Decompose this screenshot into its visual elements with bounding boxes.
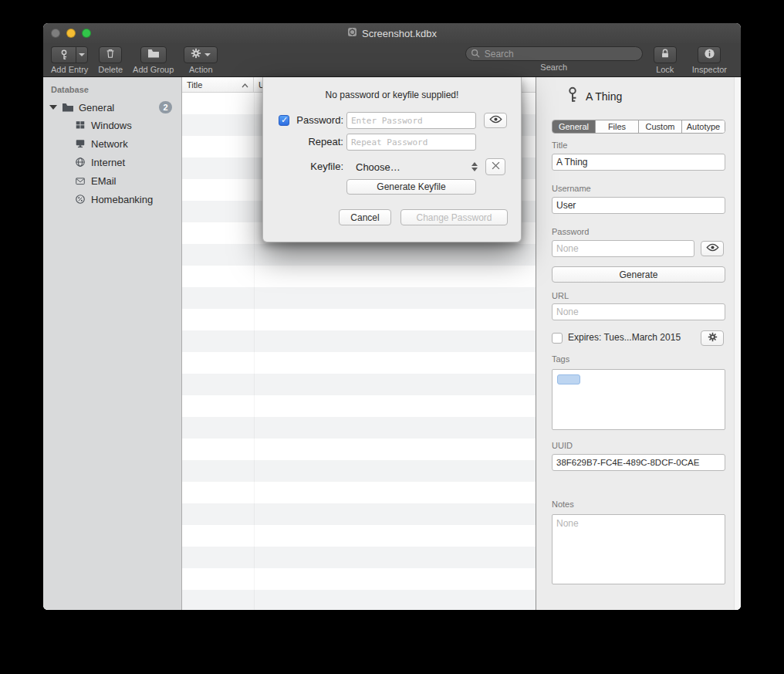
generate-button[interactable]: Generate [552,266,725,283]
minimize-button[interactable] [66,29,76,38]
lock-item: Lock [654,46,677,74]
dialog-message: No password or keyfile supplied! [263,90,521,100]
action-label: Action [189,65,213,74]
desktop: Screenshot.kdbx Add Entry [0,0,784,674]
info-icon [704,48,715,63]
folder-icon [147,48,160,62]
stepper-icon [469,161,479,173]
search-label: Search [540,63,567,72]
trash-icon [105,47,116,63]
tag-chip[interactable] [557,374,580,384]
folder-icon [62,101,74,113]
close-button[interactable] [51,29,60,38]
column-title-label: Title [187,80,202,90]
tab-files[interactable]: Files [595,120,638,133]
sidebar-item-network[interactable]: Network [43,134,181,153]
expires-settings-button[interactable] [701,330,724,346]
add-entry-item: Add Entry [51,46,88,74]
traffic-lights [51,29,91,38]
username-field[interactable] [552,197,725,214]
delete-button[interactable] [99,46,122,63]
uuid-field[interactable] [552,454,725,471]
keyfile-value: Choose… [351,161,469,173]
chevron-down-icon [79,53,85,56]
search-field [465,46,643,61]
group-label: Internet [91,157,125,168]
username-label: Username [552,184,591,193]
group-label: Network [91,138,128,150]
key-icon [51,46,76,63]
change-password-sheet: No password or keyfile supplied! Passwor… [262,77,522,242]
inspector-button[interactable] [698,46,721,63]
password-field[interactable] [552,240,694,257]
gear-icon [191,48,201,62]
lock-icon [660,48,671,63]
coin-icon [74,193,86,205]
entry-count-badge: 2 [159,101,172,113]
window-title: Screenshot.kdbx [362,28,437,39]
tags-field[interactable] [552,369,725,430]
clear-keyfile-button[interactable] [485,158,505,175]
zoom-button[interactable] [82,29,91,38]
reveal-password-button[interactable] [701,241,724,256]
action-item: Action [184,46,218,74]
expires-checkbox[interactable] [552,333,563,344]
lock-button[interactable] [654,46,677,63]
gear-icon [708,332,718,344]
title-label: Title [552,141,567,150]
expires-label: Expires: Tues...March 2015 [568,332,681,343]
sidebar-item-email[interactable]: EMail [43,171,181,190]
inspector-scrollbar[interactable] [734,77,741,610]
repeat-input[interactable] [346,134,476,151]
eye-icon [706,243,719,254]
search-icon [471,47,480,61]
toolbar-right: Search Lock Inspec [465,46,727,74]
tab-custom[interactable]: Custom [638,120,681,133]
app-window: Screenshot.kdbx Add Entry [43,23,741,610]
notes-label: Notes [552,500,574,509]
group-label: EMail [91,175,117,187]
notes-field[interactable] [552,514,725,584]
change-password-button[interactable]: Change Password [400,209,508,225]
inspector-panel: A Thing General Files Custom Autotype Ti… [536,77,741,610]
action-button[interactable] [184,46,218,63]
sidebar-item-internet[interactable]: Internet [43,153,181,171]
sidebar-item-general[interactable]: General 2 [43,99,181,116]
add-entry-button[interactable] [51,46,88,63]
password-input[interactable] [346,112,476,129]
add-group-button[interactable] [140,46,167,63]
inspector-label: Inspector [692,65,727,74]
group-label: Homebanking [91,194,153,205]
add-entry-dropdown[interactable] [76,46,88,63]
disclosure-triangle-icon[interactable] [49,105,57,110]
sidebar-item-windows[interactable]: Windows [43,116,181,134]
url-label: URL [552,291,569,300]
url-field[interactable] [552,303,725,320]
tab-autotype[interactable]: Autotype [681,120,725,133]
column-divider [254,93,255,610]
entry-header: A Thing [566,86,622,106]
sidebar-item-homebanking[interactable]: Homebanking [43,190,181,208]
inspector-item: Inspector [692,46,727,74]
tags-label: Tags [552,354,569,364]
column-header-title[interactable]: Title [182,77,254,92]
reveal-password-button[interactable] [484,113,507,128]
envelope-icon [74,174,86,187]
keyfile-popup-button[interactable]: Choose… [346,158,484,175]
generate-keyfile-button[interactable]: Generate Keyfile [346,179,476,195]
sidebar: Database General 2 Windows [43,77,182,610]
delete-label: Delete [98,65,123,74]
title-field[interactable] [552,154,725,171]
lock-label: Lock [656,65,674,74]
entry-title: A Thing [586,90,622,103]
tab-general[interactable]: General [553,120,595,133]
toolbar: Add Entry Delete Add Group [43,43,741,77]
password-enabled-checkbox[interactable] [279,115,289,126]
add-group-item: Add Group [133,46,174,74]
password-label: Password: [291,112,343,129]
password-label: Password [552,227,589,236]
search-input[interactable] [483,48,637,60]
cancel-button[interactable]: Cancel [339,209,391,225]
network-icon [74,137,86,150]
keyfile-label: Keyfile: [291,158,343,175]
